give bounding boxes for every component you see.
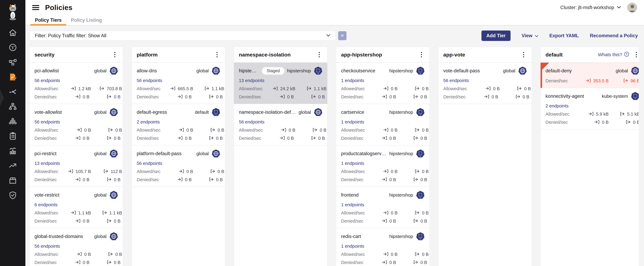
policy-name: hipstershop-gh… <box>239 68 258 74</box>
scope-label: global <box>298 110 311 115</box>
metric-row: Allowed/sec 0 B 0 B <box>341 210 425 216</box>
clear-filter-button[interactable]: ✕ <box>338 31 346 40</box>
egress-arrow-icon <box>311 136 316 141</box>
tier-menu-button[interactable] <box>316 51 322 58</box>
svg-text:?: ? <box>626 52 628 56</box>
tier-menu-button[interactable] <box>112 51 118 58</box>
endpoints-link[interactable]: 56 endpoints <box>34 120 60 124</box>
policy-card-default-egress[interactable]: default-egressdefaultns2 endpoints Allow… <box>132 104 225 146</box>
ingress-arrow-icon <box>178 177 183 182</box>
policy-card-vote-default-pass[interactable]: vote-default-passglobal56 endpoints Allo… <box>438 63 532 104</box>
flow-viz-icon[interactable] <box>6 84 20 99</box>
policy-card-cartservice[interactable]: cartservicehipstershopns1 endpoints Allo… <box>336 104 430 146</box>
hierarchy-icon[interactable] <box>6 99 20 114</box>
policy-traffic-filter-select[interactable]: Filter: Policy Traffic filter: Show All <box>30 31 336 41</box>
home-icon[interactable] <box>6 25 20 40</box>
policy-card-checkoutservice[interactable]: checkoutservicehipstershopns1 endpoints … <box>336 63 430 104</box>
tier-menu-button[interactable] <box>520 51 527 58</box>
question-circle-icon: ? <box>624 52 629 58</box>
view-button[interactable]: View <box>522 33 538 38</box>
user-avatar[interactable] <box>627 2 637 12</box>
endpoints-link[interactable]: 1 endpoints <box>341 244 364 249</box>
policy-card-allow-dns[interactable]: allow-dnsglobal56 endpoints Allowed/sec … <box>132 63 225 104</box>
policy-card-productcatalogservice[interactable]: productcatalogservicehipstershopns1 endp… <box>336 146 430 187</box>
shield-check-icon[interactable] <box>6 188 20 202</box>
tab-policy-listing[interactable]: Policy Listing <box>66 15 106 25</box>
package-icon[interactable] <box>6 173 20 188</box>
endpoints-link[interactable]: 1 endpoints <box>341 78 364 83</box>
metric-row: Denied/sec 0 B 0 B <box>443 94 527 100</box>
tier-menu-button[interactable] <box>214 51 220 58</box>
policy-card-konnectivity-agent[interactable]: konnectivity-agentkube-systemns2 endpoin… <box>540 88 639 130</box>
endpoints-link[interactable]: 1 endpoints <box>341 120 364 124</box>
tier-menu-button[interactable] <box>633 51 639 58</box>
tier-menu-button[interactable] <box>418 51 424 58</box>
policies-icon[interactable] <box>6 70 20 84</box>
ingress-arrow-icon <box>75 177 81 182</box>
policy-card-default-deny[interactable]: default-denyglobal Denied/sec 353.5 B 96… <box>540 63 639 88</box>
endpoints-link[interactable]: 56 endpoints <box>443 78 469 83</box>
tier-header: security <box>30 47 123 63</box>
whats-this-link[interactable]: Whats this?? <box>598 52 629 58</box>
namespace-icon: ns <box>212 108 220 117</box>
metric-row: Denied/sec 0 B 0 B <box>34 218 118 224</box>
endpoints-link[interactable]: 56 endpoints <box>34 78 60 83</box>
egress-arrow-icon <box>106 218 112 224</box>
endpoints-link[interactable]: 1 endpoints <box>341 202 364 207</box>
tab-policy-tiers[interactable]: Policy Tiers <box>30 15 66 25</box>
ingress-arrow-icon <box>382 260 388 265</box>
tier-column-security: security pci-allowlistglobal56 endpoints… <box>30 47 123 266</box>
policy-card-frontend[interactable]: frontendhipstershopns1 endpoints Allowed… <box>336 187 430 228</box>
recommend-policy-button[interactable]: Recommend a Policy <box>590 33 638 38</box>
add-tier-button[interactable]: Add Tier <box>482 30 510 41</box>
egress-value: 0 B <box>114 177 121 182</box>
ingress-arrow-icon <box>383 169 389 174</box>
hamburger-menu-icon[interactable] <box>32 4 40 11</box>
metric-row: Denied/sec 0 B 0 B <box>137 177 220 182</box>
trend-up-icon[interactable] <box>6 158 20 173</box>
ingress-arrow-icon <box>178 136 183 141</box>
scope-label: global <box>94 151 106 156</box>
policy-card-redis-cart[interactable]: redis-carthipstershopns1 endpoints Allow… <box>336 228 430 266</box>
egress-value: 96 B <box>630 78 639 84</box>
egress-value: 0 B <box>420 218 427 224</box>
ingress-arrow-icon <box>75 218 81 224</box>
ingress-value: 105.7 B <box>76 169 91 174</box>
endpoints-link[interactable]: 1 endpoints <box>341 161 364 166</box>
stats-icon[interactable] <box>6 144 20 158</box>
ingress-value: 0 B <box>391 252 398 257</box>
endpoints-link[interactable]: 56 endpoints <box>34 244 60 249</box>
dashboard-icon[interactable] <box>6 40 20 55</box>
policy-card-vote-allowlist[interactable]: vote-allowlistglobal56 endpoints Allowed… <box>30 104 123 146</box>
endpoints-link[interactable]: 2 endpoints <box>546 104 568 108</box>
metric-label: Denied/sec <box>239 136 261 141</box>
metric-label: Denied/sec <box>34 260 57 265</box>
endpoints-link[interactable]: 6 endpoints <box>34 202 58 207</box>
endpoints-link[interactable]: 13 endpoints <box>239 78 264 83</box>
egress-value: 0 B <box>420 177 427 182</box>
policy-card-vote-restrict[interactable]: vote-restrictglobal6 endpoints Allowed/s… <box>30 187 123 228</box>
clusters-icon[interactable] <box>6 114 20 129</box>
metric-label: Allowed/sec <box>341 210 365 216</box>
policy-card-hipstershop-gh[interactable]: hipstershop-gh…Stagedhipstershopns13 end… <box>234 63 327 104</box>
egress-value: 1.1 kB <box>110 210 122 216</box>
endpoints-link[interactable]: 13 endpoints <box>34 161 60 166</box>
ingress-value: 0 B <box>185 94 192 100</box>
report-icon[interactable] <box>6 129 20 144</box>
policy-card-global-trusted-domains[interactable]: global-trusted-domainsglobal56 endpoints… <box>30 228 123 266</box>
policy-card-platform-default-pass[interactable]: platform-default-passglobal56 endpoints … <box>132 146 225 187</box>
policy-card-namespace-isolation-default-p[interactable]: namespace-isolation-default-p…global56 e… <box>234 104 327 146</box>
endpoints-link[interactable]: 2 endpoints <box>137 120 160 124</box>
service-graph-icon[interactable] <box>6 55 20 70</box>
metric-row: Denied/sec 0 B 0 B <box>34 260 118 265</box>
metric-label: Denied/sec <box>443 94 466 100</box>
endpoints-link[interactable]: 56 endpoints <box>239 120 264 124</box>
endpoints-link[interactable]: 56 endpoints <box>137 78 162 83</box>
endpoints-link[interactable]: 56 endpoints <box>137 161 162 166</box>
export-yaml-button[interactable]: Export YAML <box>549 33 579 38</box>
egress-value: 0 B <box>320 128 326 133</box>
tier-title: app-vote <box>443 52 465 58</box>
policy-card-pci-restrict[interactable]: pci-restrictglobal13 endpoints Allowed/s… <box>30 146 123 187</box>
cluster-selector[interactable]: Cluster: jlt-msft-workshop <box>560 5 621 10</box>
policy-card-pci-allowlist[interactable]: pci-allowlistglobal56 endpoints Allowed/… <box>30 63 123 104</box>
